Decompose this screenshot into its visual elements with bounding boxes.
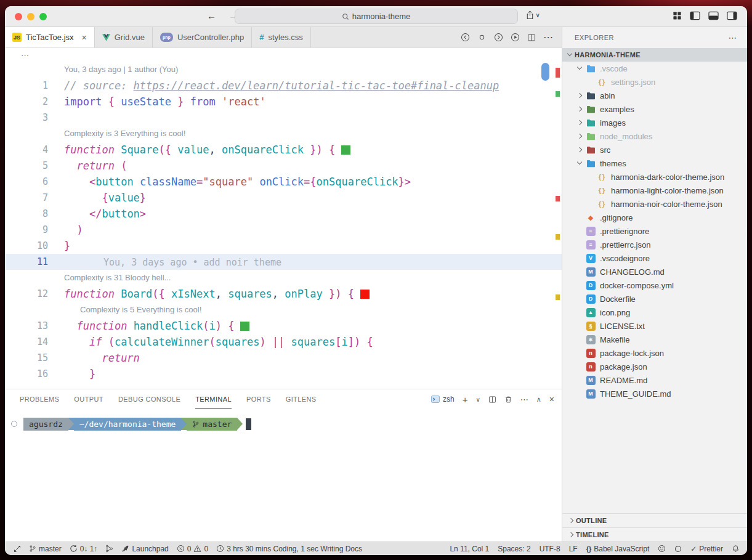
- editor-tab-UserController.php[interactable]: phpUserController.php: [153, 27, 252, 47]
- breadcrumb-ellipsis[interactable]: ⋯: [21, 51, 29, 60]
- codelens-annotation[interactable]: Complexity is 31 Bloody hell...: [5, 270, 562, 286]
- status-wakatime[interactable]: 3 hrs 30 mins Coding, 1 sec Writing Docs: [216, 545, 362, 553]
- panel-more-actions-icon[interactable]: ⋯: [520, 395, 528, 404]
- workspace-section-header[interactable]: HARMONIA-THEME: [562, 48, 747, 62]
- line-number[interactable]: 13: [5, 318, 64, 334]
- toggle-right-sidebar-icon[interactable]: [727, 11, 737, 20]
- traffic-light-minimize[interactable]: [27, 13, 34, 20]
- sidebar-section-outline[interactable]: OUTLINE: [562, 513, 747, 527]
- split-terminal-icon[interactable]: [488, 396, 496, 404]
- panel-tab-terminal[interactable]: TERMINAL: [195, 389, 232, 409]
- file-item-THEME_GUIDE.md[interactable]: MTHEME_GUIDE.md: [562, 387, 747, 400]
- line-number[interactable]: 3: [5, 110, 64, 126]
- code-line-16[interactable]: 16 }: [5, 366, 562, 382]
- folder-item-examples[interactable]: examples: [562, 102, 747, 116]
- file-item-.gitignore[interactable]: ◆.gitignore: [562, 211, 747, 224]
- file-item-CHANGELOG.md[interactable]: MCHANGELOG.md: [562, 265, 747, 278]
- code-line-7[interactable]: 7 {value}: [5, 190, 562, 206]
- command-decoration-icon[interactable]: [5, 421, 23, 427]
- nav-back-icon[interactable]: [461, 33, 470, 42]
- page-actions-button[interactable]: ∨: [526, 10, 540, 20]
- code-line-9[interactable]: 9 ): [5, 222, 562, 238]
- folder-item-node_modules[interactable]: node_modules: [562, 129, 747, 143]
- folder-item-src[interactable]: src: [562, 143, 747, 156]
- line-number[interactable]: 8: [5, 206, 64, 222]
- file-item-harmonia-dark-color-theme.json[interactable]: {}harmonia-dark-color-theme.json: [562, 170, 747, 184]
- codelens-annotation[interactable]: Complexity is 5 Everything is cool!: [5, 302, 562, 318]
- folder-item-themes[interactable]: themes: [562, 156, 747, 170]
- explorer-more-actions-icon[interactable]: ⋯: [729, 33, 738, 43]
- line-number[interactable]: 10: [5, 238, 64, 254]
- chevron-down-icon[interactable]: [575, 63, 584, 73]
- chevron-down-icon[interactable]: [575, 158, 584, 168]
- panel-tab-output[interactable]: OUTPUT: [74, 389, 103, 409]
- sidebar-section-timeline[interactable]: TIMELINE: [562, 527, 747, 542]
- file-item-icon.png[interactable]: ▲icon.png: [562, 306, 747, 319]
- file-item-README.md[interactable]: MREADME.md: [562, 373, 747, 387]
- editor-tab-TicTacToe.jsx[interactable]: JSTicTacToe.jsx×: [5, 27, 95, 47]
- line-number[interactable]: 16: [5, 366, 64, 382]
- status-remote-indicator[interactable]: [14, 545, 21, 553]
- line-number[interactable]: 15: [5, 350, 64, 366]
- line-number[interactable]: 4: [5, 142, 64, 158]
- history-back-icon[interactable]: ←: [207, 10, 216, 21]
- line-number[interactable]: 6: [5, 174, 64, 190]
- file-item-.prettierignore[interactable]: ≡.prettierignore: [562, 224, 747, 238]
- chevron-right-icon[interactable]: [575, 104, 584, 114]
- toggle-panel-icon[interactable]: [708, 11, 719, 20]
- file-item-Makefile[interactable]: ∗Makefile: [562, 333, 747, 346]
- code-line-5[interactable]: 5 return (: [5, 158, 562, 174]
- nav-forward-icon[interactable]: [494, 33, 503, 42]
- editor-tab-Grid.vue[interactable]: Grid.vue: [95, 27, 153, 47]
- line-number[interactable]: 14: [5, 334, 64, 350]
- status-eol[interactable]: LF: [569, 545, 578, 553]
- run-button[interactable]: [511, 33, 520, 42]
- code-line-6[interactable]: 6 <button className="square" onClick={on…: [5, 174, 562, 190]
- code-line-11[interactable]: 11You, 3 days ago • add noir theme: [5, 254, 562, 270]
- file-item-settings.json[interactable]: {}settings.json: [562, 75, 747, 89]
- layout-grid-icon[interactable]: [673, 11, 682, 20]
- kill-terminal-icon[interactable]: [504, 396, 512, 404]
- file-item-docker-compose.yml[interactable]: Ddocker-compose.yml: [562, 278, 747, 292]
- code-line-12[interactable]: 12function Board({ xIsNext, squares, onP…: [5, 286, 562, 302]
- folder-item-abin[interactable]: abin: [562, 89, 747, 102]
- status-launchpad[interactable]: Launchpad: [121, 545, 168, 553]
- code-line-2[interactable]: 2import { useState } from 'react': [5, 94, 562, 110]
- code-line-8[interactable]: 8 </button>: [5, 206, 562, 222]
- file-item-harmonia-light-color-theme.json[interactable]: {}harmonia-light-color-theme.json: [562, 184, 747, 197]
- file-item-package.json[interactable]: npackage.json: [562, 360, 747, 373]
- status-feedback[interactable]: [658, 545, 666, 553]
- code-line-4[interactable]: 4function Square({ value, onSquareClick …: [5, 142, 562, 158]
- file-item-Dockerfile[interactable]: DDockerfile: [562, 292, 747, 306]
- breadcrumb[interactable]: ⋯: [5, 48, 562, 62]
- editor-tab-styles.css[interactable]: #styles.css: [252, 27, 311, 47]
- chevron-right-icon[interactable]: [575, 131, 584, 141]
- more-actions-icon[interactable]: ⋯: [543, 31, 553, 43]
- status-language-mode[interactable]: {}Babel JavaScript: [586, 545, 650, 553]
- shell-indicator[interactable]: zsh: [431, 395, 455, 404]
- code-line-15[interactable]: 15 return: [5, 350, 562, 366]
- address-bar[interactable]: harmonia-theme: [235, 9, 518, 24]
- status-prettier[interactable]: ✓Prettier: [690, 545, 723, 553]
- chevron-right-icon[interactable]: [575, 118, 584, 128]
- line-number[interactable]: 1: [5, 78, 64, 94]
- line-number[interactable]: 12: [5, 286, 64, 302]
- status-indentation[interactable]: Spaces: 2: [498, 545, 530, 553]
- line-number[interactable]: 11: [5, 254, 64, 270]
- panel-tab-gitlens[interactable]: GITLENS: [286, 389, 317, 409]
- terminal[interactable]: agusrdz~/dev/harmonia-thememaster: [5, 409, 562, 542]
- code-line-1[interactable]: 1// source: https://react.dev/learn/tuto…: [5, 78, 562, 94]
- status-commit-graph[interactable]: [105, 545, 113, 553]
- status-cursor-position[interactable]: Ln 11, Col 1: [450, 545, 489, 553]
- panel-tab-problems[interactable]: PROBLEMS: [20, 389, 59, 409]
- split-editor-icon[interactable]: [527, 33, 536, 42]
- file-item-LICENSE.txt[interactable]: §LICENSE.txt: [562, 319, 747, 333]
- line-number[interactable]: 7: [5, 190, 64, 206]
- chevron-right-icon[interactable]: [575, 91, 584, 100]
- file-item-.vscodeignore[interactable]: V.vscodeignore: [562, 251, 747, 265]
- traffic-light-zoom[interactable]: [39, 13, 47, 20]
- status-sync[interactable]: 0↓ 1↑: [70, 545, 98, 553]
- status-problems[interactable]: 00: [177, 545, 208, 553]
- status-notifications[interactable]: [732, 545, 740, 553]
- status-branch[interactable]: master: [29, 545, 62, 553]
